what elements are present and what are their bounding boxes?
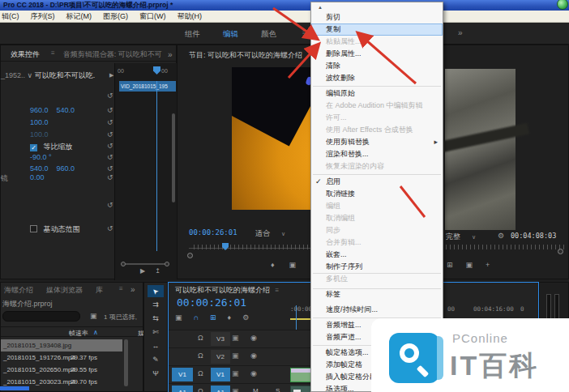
tab-audio-clip-mixer[interactable]: 音频剪辑混合器: 可以吃和不可	[63, 49, 162, 61]
reference-timecode[interactable]: 00:04:08:03	[511, 232, 556, 240]
panel-menu-icon[interactable]: ≡	[276, 287, 280, 294]
context-menu-item[interactable]: 编辑原始	[311, 87, 443, 100]
solo-button[interactable]: S	[276, 387, 280, 392]
razor-tool[interactable]: ✄	[148, 326, 164, 339]
context-menu-item[interactable]: 清除	[311, 60, 443, 72]
slip-tool[interactable]: ↔	[148, 340, 164, 352]
reset-parameter-icon[interactable]: ↺	[107, 92, 113, 100]
reset-parameter-icon[interactable]: ↺	[107, 142, 113, 150]
marker-icon[interactable]: ♦	[271, 261, 275, 269]
project-panel-tab[interactable]: 库	[96, 285, 103, 296]
context-menu-item[interactable]: 多机位	[311, 273, 443, 285]
snap-icon[interactable]: ∩	[194, 313, 199, 322]
track-label[interactable]: V1	[211, 368, 230, 381]
reset-parameter-icon[interactable]: ↺	[107, 118, 113, 126]
play-audio-icon[interactable]: ▶	[140, 267, 145, 275]
track-patch-icon[interactable]: ▣	[232, 352, 239, 360]
program-timecode[interactable]: 00:00:26:01	[189, 228, 237, 236]
insert-overwrite-icon[interactable]: ▣	[175, 313, 182, 322]
workspace-tab[interactable]: 组件	[185, 29, 200, 40]
_20181015_193408.jpg[interactable]: _20181015_193408.jpg	[1, 339, 122, 352]
selection-tool[interactable]: ➤	[148, 285, 164, 297]
context-menu-item[interactable]: 粘贴属性...	[311, 36, 443, 48]
sort-icon[interactable]: ∧	[93, 329, 98, 336]
checkbox-icon[interactable]	[30, 225, 37, 232]
param-rotation[interactable]: -90.0 ° ↺	[1, 153, 118, 164]
pen-tool[interactable]: ✎	[148, 354, 164, 366]
linked-selection-icon[interactable]: ⊞	[210, 313, 216, 322]
context-menu-item[interactable]: 删除属性...	[311, 48, 443, 60]
audio-clip[interactable]	[290, 386, 312, 392]
param-antiflicker[interactable]: 镜 0.00 ↺	[1, 173, 118, 184]
expand-icon[interactable]: ▶	[109, 72, 113, 79]
list-header[interactable]: 帧速率 ∧ 媒	[1, 326, 143, 337]
lock-icon[interactable]: Ω	[198, 352, 203, 360]
track-patch-icon[interactable]: ▣	[232, 369, 239, 377]
lock-icon[interactable]: Ω	[198, 369, 203, 377]
add-marker-icon[interactable]: ♦	[228, 313, 232, 322]
video-clip[interactable]	[290, 368, 312, 382]
context-menu-item[interactable]: 在 Adobe Audition 中编辑剪辑	[311, 100, 443, 112]
timeline-timecode[interactable]: 00:00:26:01	[177, 296, 246, 309]
workspace-tab[interactable]: 颜色	[261, 29, 276, 40]
context-menu-item[interactable]: 同步	[311, 224, 443, 236]
timeline-settings-icon[interactable]: ⚙	[242, 313, 249, 322]
param-scale[interactable]: 100.0 ↺	[1, 118, 118, 129]
settings-icon[interactable]: ⚙	[498, 232, 504, 240]
panel-menu-icon[interactable]: ≡	[51, 49, 55, 61]
zoom-scroll-handle[interactable]	[187, 253, 193, 258]
reset-parameter-icon[interactable]: ↺	[107, 164, 113, 173]
project-panel-tab[interactable]: 媒体浏览器	[46, 285, 83, 296]
param-position[interactable]: 960.0540.0 ↺	[1, 106, 118, 117]
context-menu-item[interactable]: 复制	[311, 23, 443, 36]
menu-item[interactable]: 帮助(H)	[178, 11, 203, 22]
export-icon[interactable]: ↥	[155, 267, 160, 275]
workspace-overflow-icon[interactable]: »	[458, 28, 463, 37]
panel-menu-icon[interactable]: ≡	[119, 285, 123, 296]
ripple-edit-tool[interactable]: ⇆	[148, 313, 164, 325]
context-menu-item[interactable]: 合并剪辑...	[311, 236, 443, 249]
context-menu-item[interactable]: 剪切	[311, 11, 443, 23]
folder-icon[interactable]: ▣	[90, 312, 97, 320]
context-menu-item[interactable]: 速度/持续时间...	[311, 304, 443, 316]
context-menu-item[interactable]: 使用剪辑替换	[311, 136, 443, 148]
timeline-tab[interactable]: 可以吃和不可以吃的海螺介绍	[175, 286, 270, 294]
zoom-level-dropdown[interactable]: 适合∨	[255, 228, 285, 239]
scrubber-track[interactable]	[446, 245, 564, 249]
context-menu-item[interactable]: 取消链接	[311, 188, 443, 200]
track-patch-icon[interactable]: ▣	[232, 334, 239, 342]
context-menu-item[interactable]: 嵌套...	[311, 249, 443, 261]
panel-overflow-icon[interactable]: »	[130, 285, 135, 294]
scroll-handle[interactable]	[165, 262, 169, 266]
context-menu-item[interactable]: 渲染和替换...	[311, 148, 443, 160]
track-visibility-icon[interactable]: ◉	[250, 352, 257, 360]
project-panel-tab[interactable]: 海螺介绍	[4, 285, 33, 296]
menu-item[interactable]: 标记(M)	[66, 11, 92, 22]
track-label[interactable]: A1	[211, 386, 230, 392]
reset-parameter-icon[interactable]: ↺	[107, 106, 113, 114]
chevron-down-icon[interactable]: ∨	[28, 71, 33, 79]
vertical-scrollbar[interactable]	[172, 113, 175, 202]
search-input[interactable]	[2, 311, 80, 322]
source-patch-v1[interactable]: V1	[172, 368, 193, 381]
export-frame-icon[interactable]: ▣	[289, 261, 297, 269]
param-dynamic-range[interactable]: 基动态范围 ↺	[1, 224, 118, 235]
panel-menu-icon[interactable]: ≡	[302, 29, 306, 40]
context-menu-item[interactable]: 使用 After Effects 合成替换	[311, 124, 443, 136]
track-label[interactable]: V3	[211, 332, 230, 346]
context-menu-item[interactable]: 波纹删除	[311, 72, 443, 84]
track-patch-icon[interactable]: ▣	[232, 387, 239, 392]
vertical-scrollbar[interactable]	[124, 339, 128, 386]
reset-parameter-icon[interactable]: ↺	[107, 201, 113, 209]
scroll-handle[interactable]	[121, 262, 126, 266]
sequence-selector[interactable]: 可以吃和不可以吃.	[35, 71, 96, 79]
context-menu-item[interactable]: 制作子序列	[311, 261, 443, 273]
menu-item[interactable]: 辑(C)	[2, 11, 19, 22]
source-patch-a1[interactable]: A1	[172, 386, 193, 392]
track-visibility-icon[interactable]: ◉	[250, 369, 257, 377]
zoom-scroll-handle[interactable]	[558, 249, 563, 254]
panel-overflow-icon[interactable]: »	[168, 50, 173, 59]
hand-tool[interactable]: Ψ	[148, 368, 164, 380]
context-menu-item[interactable]: 取消编组	[311, 212, 443, 224]
param-uniform-scale[interactable]: ✓ 等比缩放 ↺	[1, 142, 118, 152]
